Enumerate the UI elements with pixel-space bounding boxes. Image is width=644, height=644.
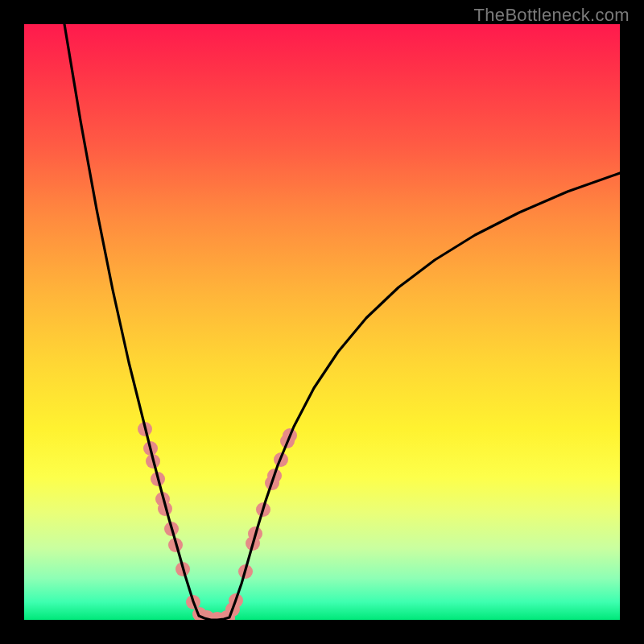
watermark-text: TheBottleneck.com bbox=[474, 5, 630, 26]
outer-frame: TheBottleneck.com bbox=[0, 0, 644, 644]
chart-curve bbox=[64, 24, 620, 620]
chart-svg bbox=[24, 24, 620, 620]
plot-area bbox=[24, 24, 620, 620]
chart-markers bbox=[138, 422, 297, 620]
